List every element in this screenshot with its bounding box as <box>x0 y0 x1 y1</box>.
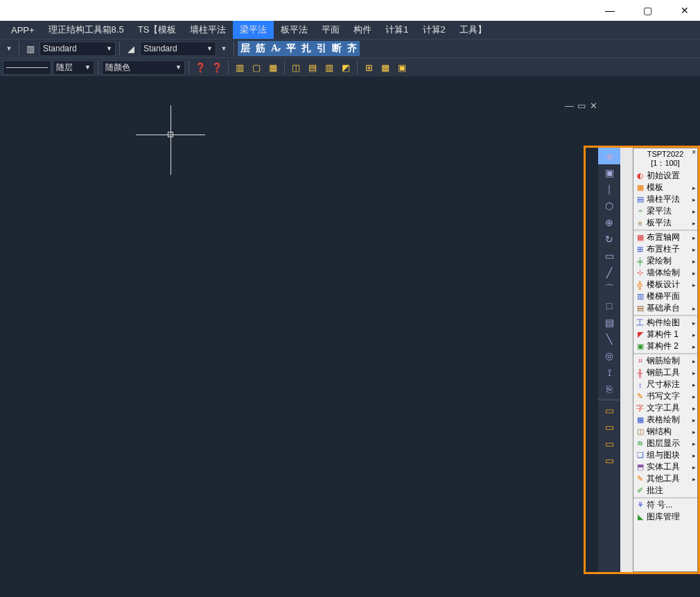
command-item[interactable]: ▦布置轴网▸ <box>633 232 697 243</box>
command-item[interactable]: ▥楼梯平面 <box>633 291 697 302</box>
command-item[interactable]: ≋图层显示▸ <box>633 438 697 449</box>
submenu-arrow-icon: ▸ <box>692 196 696 203</box>
layer-select[interactable]: 随层 ▼ <box>53 60 94 75</box>
submenu-arrow-icon: ▸ <box>692 331 696 338</box>
command-item[interactable]: ⬒实体工具▸ <box>633 461 697 473</box>
table-icon[interactable]: ▢ <box>249 60 264 75</box>
viewport-maximize[interactable]: ▭ <box>577 101 587 110</box>
grid-icon[interactable]: ▦ <box>265 60 281 75</box>
char-tool-icon[interactable]: 断 <box>329 41 344 56</box>
viewport-close[interactable]: ✕ <box>590 101 600 110</box>
command-item[interactable]: ✎其他工具▸ <box>633 473 697 485</box>
vert-tool-icon[interactable]: ▣ <box>598 164 620 181</box>
vert-tool-icon[interactable]: ↻ <box>598 231 620 248</box>
help2-icon[interactable]: ❓ <box>209 60 225 75</box>
command-item[interactable]: ╪梁绘制▸ <box>633 255 697 267</box>
menu-item[interactable]: APP+ <box>4 22 42 38</box>
vert-tool-icon[interactable]: ▭ <box>598 402 620 419</box>
dimstyle-icon[interactable]: ◢ <box>123 41 139 56</box>
command-item[interactable]: 工构件绘图▸ <box>633 317 697 329</box>
window-minimize[interactable]: — <box>602 2 618 19</box>
vert-tool-icon[interactable]: ⬡ <box>598 198 620 214</box>
command-item[interactable]: ⌗钢筋绘制▸ <box>633 355 697 367</box>
menu-item[interactable]: 板平法 <box>274 21 315 39</box>
window-close[interactable]: ✕ <box>676 2 693 19</box>
menu-item[interactable]: 理正结构工具箱8.5 <box>42 21 131 39</box>
char-tool-icon[interactable]: 齐 <box>344 41 360 56</box>
menu-item[interactable]: 构件 <box>347 21 378 39</box>
command-item[interactable]: ◐初始设置 <box>633 170 697 182</box>
vert-tool-icon[interactable]: ╱ <box>598 264 620 281</box>
command-item[interactable]: ◣图库管理 <box>633 511 697 523</box>
command-item[interactable]: ╫钢筋工具▸ <box>633 367 697 379</box>
vert-tool-icon[interactable]: ⎘ <box>598 381 620 397</box>
command-item[interactable]: ❏组与图块▸ <box>633 449 697 461</box>
char-tool-icon[interactable]: 扎 <box>299 41 314 56</box>
vert-tool-icon[interactable]: ▭ <box>598 435 620 452</box>
color-select[interactable]: 随颜色 ▼ <box>102 60 185 75</box>
dim-dropdown-arrow[interactable]: ▼ <box>218 42 230 55</box>
command-item[interactable]: ↕尺寸标注▸ <box>633 379 697 390</box>
style-icon[interactable]: ▥ <box>23 41 38 56</box>
menu-item[interactable]: 计算2 <box>416 21 453 39</box>
textstyle-select[interactable]: Standard ▼ <box>40 42 116 56</box>
vert-tool-icon[interactable]: ｜ <box>598 181 620 198</box>
tool-c-icon[interactable]: ▥ <box>322 60 337 75</box>
command-item[interactable]: ▤基础承台▸ <box>633 302 697 314</box>
tool-d-icon[interactable]: ◩ <box>338 60 353 75</box>
help1-icon[interactable]: ❓ <box>193 60 208 75</box>
command-item[interactable]: ⚘符 号... <box>633 499 697 511</box>
command-item[interactable]: ⊞布置柱子▸ <box>633 243 697 255</box>
command-item[interactable]: ▣算构件 2▸ <box>633 340 697 352</box>
char-tool-icon[interactable]: 引 <box>314 41 329 56</box>
tool-a-icon[interactable]: ◫ <box>288 60 304 75</box>
command-item[interactable]: ◫钢结构▸ <box>633 426 697 438</box>
command-item[interactable]: ▦模板▸ <box>633 182 697 193</box>
layer-dropdown-arrow[interactable]: ▼ <box>3 42 15 55</box>
menu-item[interactable]: TS【模板 <box>131 21 184 39</box>
vert-tool-icon[interactable]: ⊕ <box>598 214 620 231</box>
dimstyle-select[interactable]: Standard ▼ <box>140 42 216 56</box>
command-item[interactable]: ✐批注 <box>633 485 697 496</box>
command-item[interactable]: ≡板平法▸ <box>633 217 697 229</box>
char-tool-icon[interactable]: Aᵣ <box>268 41 283 56</box>
menu-item[interactable]: 墙柱平法 <box>183 21 233 39</box>
command-item[interactable]: ▤墙柱平法▸ <box>633 193 697 205</box>
command-item[interactable]: ▦表格绘制▸ <box>633 414 697 426</box>
chart-icon[interactable]: ▥ <box>232 60 247 75</box>
tool-b-icon[interactable]: ▤ <box>305 60 320 75</box>
char-tool-icon[interactable]: 层 <box>238 41 253 56</box>
command-item[interactable]: ✎书写文字▸ <box>633 390 697 402</box>
tool-e-icon[interactable]: ⊞ <box>361 60 376 75</box>
vert-tool-icon[interactable]: ▭ <box>598 248 620 264</box>
vert-tool-icon[interactable]: ⌒ <box>598 281 620 297</box>
panel-close-icon[interactable]: × <box>692 148 696 156</box>
command-item[interactable]: ⊹墙体绘制▸ <box>633 267 697 279</box>
vert-tool-icon[interactable]: ▭ <box>598 452 620 469</box>
vert-tool-icon[interactable]: ▭ <box>598 419 620 435</box>
vert-tool-icon[interactable]: ⟟ <box>598 364 620 381</box>
linetype-sample[interactable] <box>3 60 51 75</box>
vert-tool-icon[interactable]: □ <box>598 297 620 314</box>
menu-item[interactable]: 计算1 <box>378 21 415 39</box>
tool-g-icon[interactable]: ▣ <box>394 60 410 75</box>
command-item[interactable]: 字文字工具▸ <box>633 402 697 414</box>
command-item[interactable]: 𝄐梁平法▸ <box>633 205 697 217</box>
viewport-minimize[interactable]: — <box>565 101 575 110</box>
command-item[interactable]: ╬楼板设计▸ <box>633 279 697 291</box>
eraser-icon[interactable]: ◆ <box>598 148 620 164</box>
vert-tool-icon[interactable]: ◎ <box>598 347 620 364</box>
char-tool-icon[interactable]: 筋 <box>253 41 268 56</box>
menu-item[interactable]: 平面 <box>315 21 347 39</box>
menu-item[interactable]: 工具】 <box>453 21 493 39</box>
window-maximize[interactable]: ▢ <box>639 2 656 19</box>
command-item[interactable]: ◤算构件 1▸ <box>633 329 697 340</box>
drawing-canvas[interactable] <box>0 76 606 597</box>
tool-f-icon[interactable]: ▦ <box>378 60 393 75</box>
menu-item[interactable]: 梁平法 <box>233 21 274 39</box>
vert-tool-icon[interactable]: ▤ <box>598 314 620 331</box>
vert-tool-icon[interactable]: ╲ <box>598 331 620 347</box>
command-icon: ◐ <box>635 171 645 181</box>
command-label: 构件绘图 <box>647 317 680 329</box>
char-tool-icon[interactable]: 平 <box>283 41 299 56</box>
